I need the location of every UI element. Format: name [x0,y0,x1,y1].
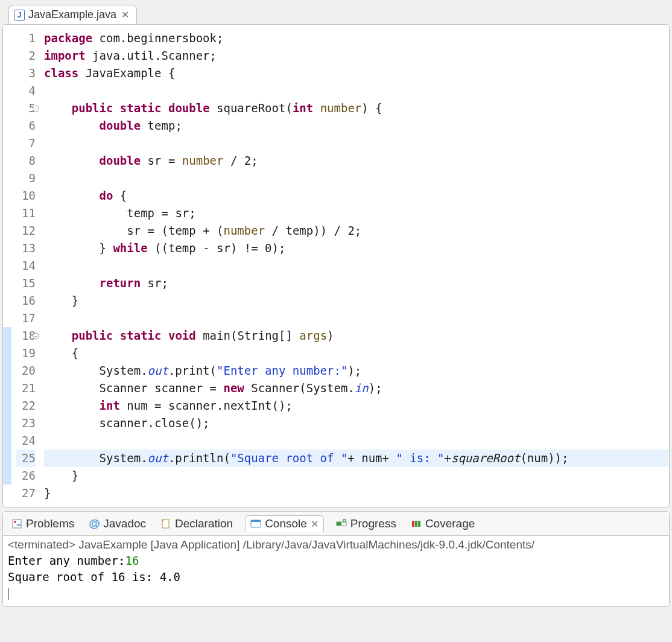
line-number[interactable]: 20 [16,362,36,380]
close-icon[interactable]: ✕ [311,518,319,530]
svg-rect-11 [418,521,420,527]
code-line[interactable]: { [44,345,669,362]
line-number[interactable]: 23 [16,415,36,432]
line-number[interactable]: 15 [16,275,36,292]
code-line[interactable]: sr = (temp + (number / temp)) / 2; [44,222,669,240]
console-launch-path: <terminated> JavaExample [Java Applicati… [3,536,669,553]
line-number[interactable]: 21 [16,380,36,397]
code-body[interactable]: package com.beginnersbook;import java.ut… [42,25,669,507]
fold-toggle-icon[interactable]: − [33,332,39,339]
editor-tab-javaexample[interactable]: J JavaExample.java ✕ [8,5,137,24]
code-editor: 12345−6789101112131415161718−19202122232… [2,24,670,507]
line-number[interactable]: 22 [16,397,36,415]
line-number[interactable]: 27 [16,485,36,502]
code-line[interactable]: do { [44,187,669,205]
line-marker [3,345,11,362]
tab-label: Problems [26,517,74,530]
code-line[interactable]: scanner.close(); [44,415,669,432]
code-line[interactable] [44,432,669,450]
code-line[interactable]: class JavaExample { [44,65,669,82]
line-number[interactable]: 25 [16,450,36,467]
line-number[interactable]: 13 [16,240,36,257]
close-icon[interactable]: ✕ [121,9,129,21]
console-user-input: 16 [125,554,139,567]
problems-icon [11,518,22,529]
code-line[interactable]: public static double squareRoot(int numb… [44,100,669,117]
line-marker [3,257,11,275]
line-marker [3,432,11,450]
line-marker [3,362,11,380]
code-line[interactable]: System.out.println("Square root of "+ nu… [44,450,669,467]
line-marker [3,30,11,47]
svg-rect-9 [412,521,414,527]
line-number-gutter[interactable]: 12345−6789101112131415161718−19202122232… [11,25,42,507]
tab-console[interactable]: Console ✕ [245,515,324,532]
code-line[interactable]: } while ((temp - sr) != 0); [44,240,669,257]
tab-coverage[interactable]: Coverage [408,516,477,532]
line-marker [3,467,11,485]
line-marker [3,100,11,117]
code-line[interactable]: double sr = number / 2; [44,152,669,170]
line-number[interactable]: 26 [16,467,36,485]
line-number[interactable]: 17 [16,310,36,327]
editor-tab-label: JavaExample.java [28,8,116,21]
line-marker [3,170,11,187]
java-file-icon: J [14,10,25,21]
tab-problems[interactable]: Problems [9,516,77,532]
tab-label: Console [265,517,307,530]
editor-tab-row: J JavaExample.java ✕ [0,0,672,24]
line-number[interactable]: 14 [16,257,36,275]
line-number[interactable]: 4 [16,82,36,100]
tab-label: Coverage [425,517,475,530]
console-prompt: Enter any number: [8,554,125,567]
line-number[interactable]: 2 [16,47,36,65]
code-line[interactable]: Scanner scanner = new Scanner(System.in)… [44,380,669,397]
line-marker [3,485,11,502]
line-marker [3,205,11,222]
line-number[interactable]: 8 [16,152,36,170]
code-line[interactable] [44,310,669,327]
code-line[interactable] [44,170,669,187]
line-number[interactable]: 12 [16,222,36,240]
progress-icon [336,518,347,529]
line-number[interactable]: 11 [16,205,36,222]
line-number[interactable]: 1 [16,30,36,47]
code-line[interactable]: int num = scanner.nextInt(); [44,397,669,415]
line-number[interactable]: 19 [16,345,36,362]
line-number[interactable]: 6 [16,117,36,135]
tab-label: Progress [350,517,396,530]
code-line[interactable]: import java.util.Scanner; [44,47,669,65]
tab-progress[interactable]: Progress [334,516,399,532]
fold-toggle-icon[interactable]: − [33,105,39,112]
line-number[interactable]: 5− [16,100,36,117]
line-number[interactable]: 24 [16,432,36,450]
code-line[interactable]: } [44,292,669,310]
line-marker [3,310,11,327]
tab-declaration[interactable]: Declaration [158,516,235,532]
line-number[interactable]: 3 [16,65,36,82]
line-number[interactable]: 7 [16,135,36,152]
tab-javadoc[interactable]: @ Javadoc [86,516,148,532]
code-line[interactable]: package com.beginnersbook; [44,30,669,47]
line-number[interactable]: 9 [16,170,36,187]
console-output[interactable]: Enter any number:16 Square root of 16 is… [3,553,669,606]
line-number[interactable]: 18− [16,327,36,345]
line-marker [3,187,11,205]
svg-point-1 [14,521,16,523]
code-line[interactable]: } [44,467,669,485]
code-line[interactable] [44,135,669,152]
code-line[interactable] [44,82,669,100]
code-line[interactable]: System.out.print("Enter any number:"); [44,362,669,380]
javadoc-icon: @ [89,518,100,529]
line-number[interactable]: 10 [16,187,36,205]
line-marker [3,415,11,432]
code-line[interactable]: temp = sr; [44,205,669,222]
line-number[interactable]: 16 [16,292,36,310]
code-line[interactable]: } [44,485,669,502]
line-marker [3,397,11,415]
code-line[interactable] [44,257,669,275]
code-line[interactable]: double temp; [44,117,669,135]
code-line[interactable]: public static void main(String[] args) [44,327,669,345]
code-line[interactable]: return sr; [44,275,669,292]
tab-label: Declaration [175,517,233,530]
